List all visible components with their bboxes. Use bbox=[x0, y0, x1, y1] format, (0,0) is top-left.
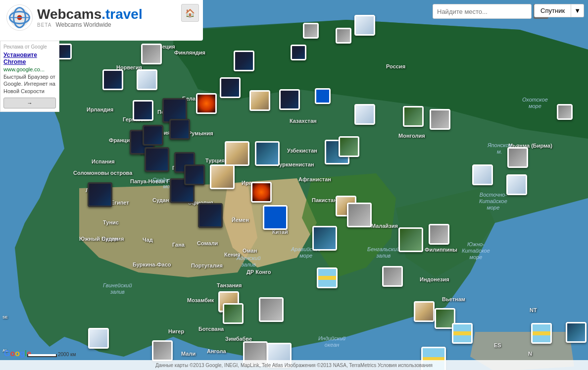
header-panel: Webcams.travel BETA Webcams Worldwide 🏠 bbox=[0, 0, 203, 41]
webcam-thumb[interactable] bbox=[88, 328, 109, 349]
logo-webcams: Webcams bbox=[37, 6, 101, 22]
webcam-thumb[interactable] bbox=[291, 45, 306, 60]
webcam-thumb[interactable] bbox=[145, 147, 169, 172]
copyright-text: Данные карты ©2013 Google, INEGI, MapLin… bbox=[155, 363, 433, 368]
ad-link[interactable]: Установите Chrome bbox=[3, 52, 56, 65]
webcam-thumb[interactable] bbox=[133, 100, 153, 121]
webcam-thumb[interactable] bbox=[339, 136, 359, 157]
webcam-thumb[interactable] bbox=[566, 322, 587, 343]
webcam-thumb[interactable] bbox=[403, 106, 424, 127]
webcam-thumb[interactable] bbox=[137, 69, 157, 90]
webcam-thumb[interactable] bbox=[317, 267, 338, 288]
webcam-thumb[interactable] bbox=[452, 323, 473, 344]
webcam-thumb[interactable] bbox=[303, 23, 319, 39]
webcam-thumb[interactable] bbox=[152, 340, 173, 361]
logo-area: Webcams.travel BETA Webcams Worldwide bbox=[6, 4, 197, 31]
webcam-thumb[interactable] bbox=[315, 88, 331, 104]
webcam-thumb[interactable] bbox=[531, 323, 552, 344]
bottom-bar: Данные карты ©2013 Google, INEGI, MapLin… bbox=[0, 360, 588, 370]
webcam-thumb[interactable] bbox=[223, 303, 244, 324]
map-type-dropdown[interactable]: ▼ bbox=[571, 4, 584, 17]
ad-label: Реклама от Google bbox=[3, 44, 56, 50]
logo-subtitle: Webcams Worldwide bbox=[55, 21, 111, 28]
webcam-thumb[interactable] bbox=[196, 93, 217, 114]
webcam-thumb[interactable] bbox=[354, 104, 375, 125]
ad-url: www.google.co... bbox=[3, 66, 56, 72]
webcam-thumb[interactable] bbox=[506, 174, 527, 195]
home-button[interactable]: 🏠 bbox=[181, 4, 199, 22]
webcam-thumb[interactable] bbox=[141, 44, 162, 64]
webcam-thumb[interactable] bbox=[184, 164, 205, 185]
ad-text: Быстрый Браузер от Google. Интернет на Н… bbox=[3, 73, 56, 95]
webcam-thumb[interactable] bbox=[429, 224, 449, 245]
webcam-thumb[interactable] bbox=[102, 69, 123, 90]
webcam-thumb[interactable] bbox=[251, 182, 272, 203]
logo-dot-travel: .travel bbox=[101, 6, 143, 22]
ad-panel: Реклама от Google Установите Chrome www.… bbox=[0, 41, 59, 112]
webcam-thumb[interactable] bbox=[263, 205, 288, 230]
webcam-thumb[interactable] bbox=[279, 89, 300, 110]
webcam-thumb[interactable] bbox=[169, 119, 190, 140]
ad-cta-button[interactable]: → bbox=[3, 98, 56, 108]
webcam-thumb[interactable] bbox=[472, 164, 493, 185]
webcam-thumb[interactable] bbox=[347, 203, 372, 227]
webcam-thumb[interactable] bbox=[220, 77, 241, 98]
webcam-thumb[interactable] bbox=[430, 109, 450, 130]
webcam-thumb[interactable] bbox=[507, 147, 528, 168]
webcam-thumb[interactable] bbox=[414, 301, 435, 322]
scale-label: 2000 км bbox=[58, 352, 76, 357]
map-type-label[interactable]: Спутник bbox=[534, 4, 571, 17]
webcam-thumb[interactable] bbox=[143, 125, 163, 146]
search-area: > bbox=[433, 4, 548, 19]
home-icon: 🏠 bbox=[185, 8, 195, 18]
webcam-thumb[interactable] bbox=[88, 182, 112, 207]
webcam-thumb[interactable] bbox=[398, 227, 423, 252]
logo-text-area: Webcams.travel BETA Webcams Worldwide bbox=[37, 7, 143, 28]
webcam-thumb[interactable] bbox=[234, 51, 254, 71]
webcam-thumb[interactable] bbox=[259, 297, 284, 322]
map-container: Россия Финляндия Норвегия Швеция Ирланди… bbox=[0, 0, 588, 370]
webcam-thumb[interactable] bbox=[312, 226, 337, 251]
search-input[interactable] bbox=[433, 4, 532, 19]
logo-beta: BETA bbox=[37, 22, 51, 28]
webcam-thumb[interactable] bbox=[336, 28, 351, 44]
scale-bar: 2000 км bbox=[27, 352, 76, 357]
logo-text: Webcams.travel bbox=[37, 7, 143, 21]
webcam-thumb[interactable] bbox=[557, 104, 573, 120]
webcam-thumb[interactable] bbox=[210, 164, 235, 189]
webcam-thumb[interactable] bbox=[354, 15, 375, 36]
webcam-thumb[interactable] bbox=[255, 141, 280, 166]
webcam-thumb[interactable] bbox=[225, 141, 249, 166]
logo-icon bbox=[6, 4, 33, 31]
map-type-selector: Спутник ▼ bbox=[534, 4, 584, 17]
webcam-thumb[interactable] bbox=[382, 266, 403, 287]
webcam-thumb[interactable] bbox=[249, 90, 270, 111]
webcam-thumb[interactable] bbox=[198, 203, 223, 228]
